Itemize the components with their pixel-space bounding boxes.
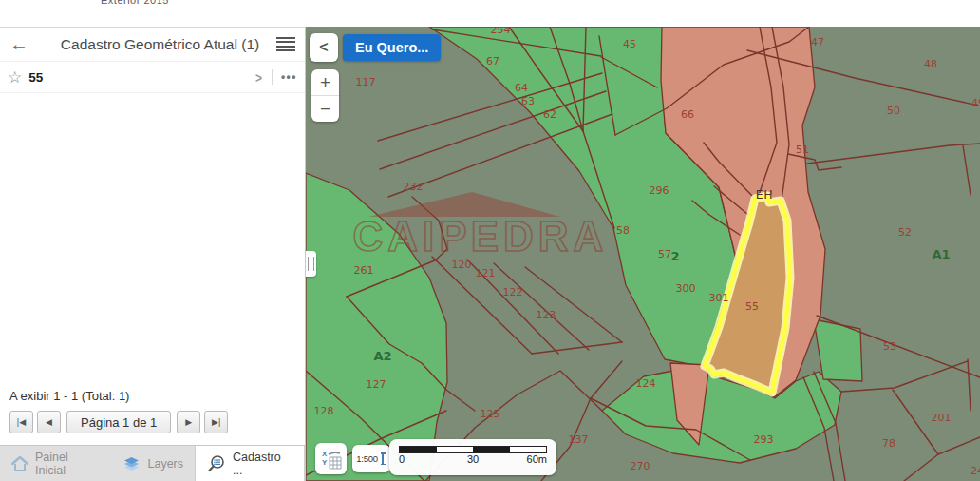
parcel-label: A1	[932, 247, 950, 261]
parcel-label: 51	[796, 144, 809, 156]
results-count: A exibir 1 - 1 (Total: 1)	[0, 381, 305, 407]
parcel-label: 122	[503, 286, 523, 298]
divider	[272, 69, 273, 85]
expand-chevron-icon[interactable]: >	[255, 69, 262, 86]
tab-painel-inicial[interactable]: Painel Inicial	[0, 446, 111, 481]
scale-bar-segments	[399, 446, 547, 453]
parcel-label: 55	[745, 300, 759, 313]
parcel-label: 125	[481, 408, 500, 420]
scale-end-label: 60m	[527, 453, 547, 465]
panel-resize-handle[interactable]	[306, 251, 316, 277]
bottom-tab-bar: Painel Inicial Layers	[0, 445, 305, 481]
parcel-label: 47	[811, 36, 824, 48]
page-indicator: Página 1 de 1	[66, 411, 171, 433]
parcel-label: A2	[373, 349, 391, 363]
parcel-label: 2	[670, 249, 679, 263]
parcel-label: 53	[883, 340, 896, 353]
parcel-label: 62	[543, 108, 556, 121]
scale-value: 1:500	[356, 453, 377, 464]
parcel-label: 301	[709, 292, 729, 304]
svg-text:X: X	[322, 450, 328, 458]
prev-page-button[interactable]: ◀	[37, 411, 61, 433]
parcel-label: 137	[569, 433, 589, 446]
star-icon[interactable]: ☆	[8, 67, 22, 87]
tab-cadastro[interactable]: Cadastro ...	[195, 446, 305, 481]
search-list-icon	[207, 454, 226, 473]
parcel-label: 124	[636, 377, 656, 390]
last-page-button[interactable]: ▶|	[204, 411, 228, 433]
parcel-label: 123	[537, 309, 556, 321]
layers-icon	[122, 456, 141, 471]
parcel-label: 120	[452, 259, 472, 271]
parcel-label: 128	[314, 405, 334, 417]
first-page-button[interactable]: |◀	[9, 411, 33, 433]
watermark-text-2: EDRA	[471, 213, 609, 260]
app-window: Exterior 2015 ← Cadastro Geométrico Atua…	[0, 0, 980, 481]
coordinates-tool-button[interactable]: X Y	[315, 443, 347, 474]
top-note: Exterior 2015	[101, 0, 169, 6]
pagination: |◀ ◀ Página 1 de 1 ▶ ▶|	[0, 407, 305, 445]
result-row[interactable]: ☆ 55 > •••	[0, 62, 305, 93]
parcel-label: EH	[756, 187, 773, 202]
zoom-in-button[interactable]: +	[311, 69, 339, 95]
parcel-label: 254	[491, 27, 511, 36]
tab-label: Painel Inicial	[35, 451, 100, 477]
scale-bar: 0 30 60m	[389, 439, 556, 475]
parcel-label: 201	[932, 412, 952, 424]
result-id: 55	[28, 70, 43, 85]
parcel-label: 63	[521, 95, 535, 107]
scale-start-label: 0	[399, 453, 405, 465]
parcel-label: 50	[887, 105, 900, 117]
panel-header: ← Cadastro Geométrico Atual (1)	[0, 28, 305, 62]
scale-input[interactable]: 1:500	[352, 445, 390, 472]
scale-mid-label: 30	[467, 453, 479, 465]
parcel-label: 300	[676, 282, 696, 295]
parcel-label: 66	[681, 108, 694, 121]
parcel-label: 127	[367, 378, 386, 391]
parcel-label: 121	[476, 267, 496, 279]
parcel-label: 232	[404, 181, 424, 193]
eu-quero-button[interactable]: Eu Quero...	[343, 34, 441, 61]
parcel-label: 57	[658, 248, 671, 260]
home-icon	[11, 456, 28, 471]
watermark-text-1: CAIP	[352, 213, 471, 260]
parcel-label: 52	[898, 226, 912, 239]
hamburger-menu-icon[interactable]	[276, 35, 295, 53]
results-panel: ← Cadastro Geométrico Atual (1) ☆ 55 > •…	[0, 27, 306, 481]
panel-title: Cadastro Geométrico Atual (1)	[44, 36, 276, 53]
parcel-label: 67	[486, 55, 499, 67]
parcel-label: 270	[631, 460, 650, 472]
next-page-button[interactable]: ▶	[177, 411, 200, 433]
back-arrow-icon[interactable]: ←	[9, 33, 44, 55]
parcel-label: 296	[650, 184, 669, 197]
xy-grid-icon: X Y	[321, 449, 342, 470]
panel-body	[0, 93, 305, 381]
more-options-icon[interactable]: •••	[281, 70, 297, 84]
zoom-out-button[interactable]: −	[311, 96, 339, 122]
parcel-label: 261	[354, 264, 374, 277]
parcel-label: 49	[971, 97, 980, 109]
collapse-panel-button[interactable]: <	[310, 33, 338, 62]
parcel-label: 78	[882, 437, 895, 450]
text-cursor-icon	[380, 452, 386, 465]
map-viewport[interactable]: 2541176745646362664748504951232296EH5857…	[306, 27, 980, 481]
map-canvas[interactable]: 2541176745646362664748504951232296EH5857…	[306, 27, 980, 481]
tab-label: Cadastro ...	[233, 451, 292, 477]
parcel-label: 45	[623, 38, 636, 50]
svg-text:Y: Y	[322, 458, 328, 467]
parcel-label: 58	[616, 224, 630, 237]
tab-label: Layers	[147, 457, 183, 471]
parcel-label: 24	[971, 465, 980, 477]
zoom-controls: + −	[311, 69, 339, 122]
top-strip: Exterior 2015	[0, 0, 980, 27]
parcel-label: 48	[924, 58, 937, 70]
tab-layers[interactable]: Layers	[111, 446, 195, 481]
parcel-label: 293	[754, 433, 774, 446]
parcel-label: 64	[515, 82, 528, 94]
parcel-label: 117	[356, 76, 376, 88]
